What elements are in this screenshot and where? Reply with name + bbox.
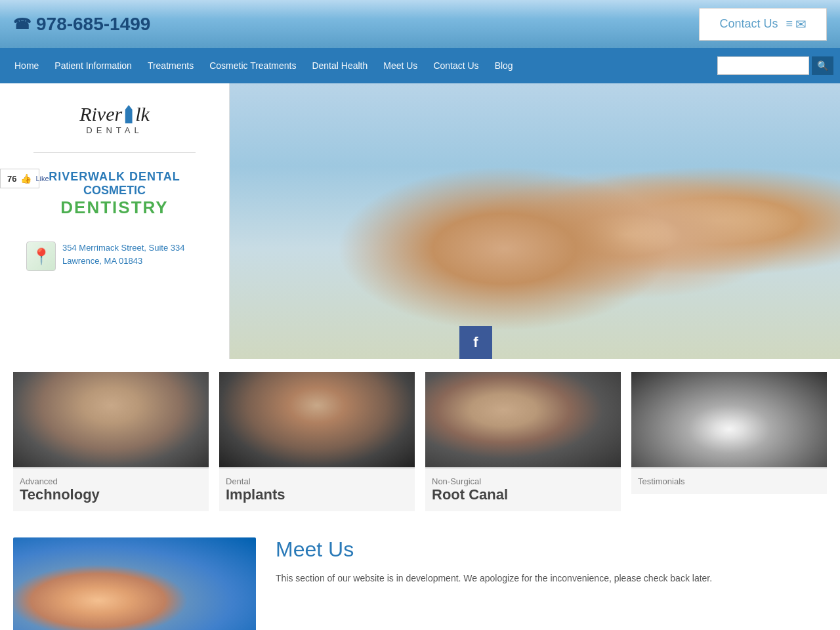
card-technology-title: Technology (20, 486, 202, 503)
family-photo (230, 83, 840, 359)
card-testimonials-img-inner (631, 372, 827, 467)
hero-section: 76 👍 Like River lk DENTAL RIVERWALK DENT… (0, 83, 840, 359)
phone-number: 978-685-1499 (36, 14, 150, 35)
search-area: 🔍 (717, 56, 833, 75)
meet-us-content: Meet Us This section of our website is i… (276, 537, 827, 585)
facebook-f-label: f (473, 334, 478, 351)
card-technology-img-inner (13, 372, 209, 467)
map-pin-icon: 📍 (32, 247, 51, 266)
meet-us-section: Meet Us This section of our website is i… (0, 524, 840, 630)
facebook-like-widget[interactable]: 76 👍 Like (0, 169, 39, 188)
address-line2: Lawrence, MA 01843 (62, 255, 184, 268)
fb-like-label: Like (35, 175, 49, 182)
tagline-line1: RIVERWALK DENTAL (49, 170, 180, 184)
lines-icon: ≡ (786, 17, 793, 31)
meet-us-text: This section of our website is in develo… (276, 571, 827, 585)
sidebar-panel: River lk DENTAL RIVERWALK DENTAL COSMETI… (0, 83, 230, 359)
card-testimonials-image (631, 372, 827, 467)
search-button[interactable]: 🔍 (812, 56, 833, 75)
contact-us-topbar-button[interactable]: Contact Us ≡ ✉ (699, 8, 827, 41)
address-text: 354 Merrimack Street, Suite 334 Lawrence… (62, 242, 184, 267)
tagline-box: RIVERWALK DENTAL COSMETIC DENTISTRY (49, 163, 180, 224)
logo-area: River lk DENTAL (79, 96, 150, 142)
logo-walk: lk (135, 103, 150, 125)
nav-bar: Home Patient Information Treatments Cosm… (0, 48, 840, 83)
card-technology[interactable]: Advanced Technology (13, 372, 209, 511)
card-testimonials-subtitle: Testimonials (638, 476, 820, 486)
nav-patient-information[interactable]: Patient Information (47, 48, 140, 83)
phone-area: ☎ 978-685-1499 (13, 14, 150, 35)
nav-treatments[interactable]: Treatments (140, 48, 201, 83)
meet-us-photo-inner (13, 537, 256, 630)
logo: River lk (79, 103, 150, 125)
card-technology-image (13, 372, 209, 467)
map-icon-box[interactable]: 📍 (26, 242, 56, 271)
phone-icon: ☎ (13, 16, 31, 33)
feature-cards: Advanced Technology Dental Implants Non-… (0, 359, 840, 524)
facebook-button[interactable]: f (459, 326, 492, 359)
hero-image: f (230, 83, 840, 359)
logo-divider (33, 152, 196, 153)
nav-contact-us[interactable]: Contact Us (425, 48, 486, 83)
tagline-line3: DENTISTRY (49, 198, 180, 218)
card-root-canal-info: Non-Surgical Root Canal (425, 467, 621, 511)
nav-meet-us[interactable]: Meet Us (375, 48, 425, 83)
address-area: 📍 354 Merrimack Street, Suite 334 Lawren… (13, 235, 216, 278)
meet-us-title: Meet Us (276, 537, 827, 562)
hero-image-content (230, 83, 840, 359)
meet-us-photo (13, 537, 256, 630)
search-input[interactable] (717, 56, 809, 75)
contact-icons: ≡ ✉ (786, 16, 807, 32)
logo-dental: DENTAL (86, 125, 142, 135)
card-implants-img-inner (219, 372, 415, 467)
card-root-canal-subtitle: Non-Surgical (432, 476, 614, 486)
card-implants-image (219, 372, 415, 467)
card-implants-title: Implants (226, 486, 408, 503)
nav-dental-health[interactable]: Dental Health (304, 48, 375, 83)
card-testimonials-info: Testimonials (631, 467, 827, 494)
contact-us-topbar-label: Contact Us (719, 17, 778, 31)
card-root-canal-title: Root Canal (432, 486, 614, 503)
tagline-line2: COSMETIC (49, 184, 180, 198)
fb-thumb-icon: 👍 (20, 173, 32, 184)
card-implants-info: Dental Implants (219, 467, 415, 511)
address-line1: 354 Merrimack Street, Suite 334 (62, 242, 184, 255)
card-testimonials[interactable]: Testimonials (631, 372, 827, 511)
card-technology-info: Advanced Technology (13, 467, 209, 511)
card-root-canal-image (425, 372, 621, 467)
card-implants-subtitle: Dental (226, 476, 408, 486)
card-implants[interactable]: Dental Implants (219, 372, 415, 511)
nav-blog[interactable]: Blog (487, 48, 521, 83)
nav-cosmetic-treatments[interactable]: Cosmetic Treatments (201, 48, 304, 83)
card-root-canal[interactable]: Non-Surgical Root Canal (425, 372, 621, 511)
tower-icon (123, 105, 135, 123)
fb-count: 76 (7, 174, 16, 184)
card-technology-subtitle: Advanced (20, 476, 202, 486)
card-root-canal-img-inner (425, 372, 621, 467)
top-bar: ☎ 978-685-1499 Contact Us ≡ ✉ (0, 0, 840, 48)
nav-home[interactable]: Home (7, 48, 47, 83)
mail-icon: ✉ (795, 16, 807, 32)
logo-river: River (79, 103, 122, 125)
